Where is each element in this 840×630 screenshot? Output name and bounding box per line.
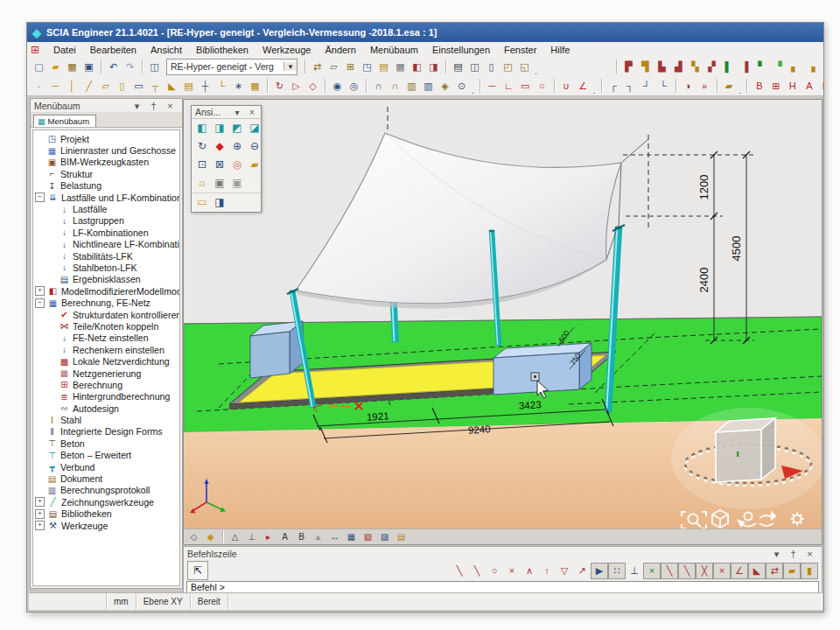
haunch-input-icon[interactable]: ◣ (164, 78, 180, 94)
gallery-icon[interactable]: ◰ (500, 59, 516, 74)
opening-input-icon[interactable]: ▭ (130, 78, 147, 94)
node-labels-icon[interactable]: B (293, 530, 310, 544)
column-input-icon[interactable]: │ (64, 78, 80, 94)
stretch-icon[interactable]: ◑ (680, 78, 696, 94)
panel-menu-icon[interactable]: ▾ (129, 98, 145, 114)
tree-item-lokale-netzverdichtung[interactable]: ▩Lokale Netzverdichtung (33, 355, 179, 367)
menubaum-tab[interactable]: ▦ Menübaum (33, 115, 96, 127)
xml-io-icon[interactable]: ◳ (359, 59, 375, 74)
bc-flex-icon[interactable]: R (817, 78, 823, 94)
tree-item-berechnung-fe-netz[interactable]: −▦Berechnung, FE-Netz (33, 297, 179, 308)
result-toggle-h-icon[interactable]: ▐ (737, 59, 753, 74)
menu-datei[interactable]: Datei (46, 44, 83, 56)
layout-a-icon[interactable]: ◧ (409, 59, 425, 74)
tree-item-ergebnisklassen[interactable]: ▤Ergebnisklassen (33, 274, 179, 285)
draw-arc-icon[interactable]: ∪ (558, 78, 575, 94)
tree-item-dokument[interactable]: ▤Dokument (33, 472, 179, 484)
plate-input-icon[interactable]: ▱ (97, 78, 114, 94)
surface-display-icon[interactable]: ▲ (310, 530, 326, 544)
volume-display-icon[interactable]: ◇ (186, 530, 202, 544)
tree-expand-icon[interactable]: + (35, 286, 45, 296)
snap-tangent-icon[interactable]: ◣ (748, 563, 766, 579)
panel-pin-icon[interactable]: † (785, 546, 802, 562)
mesh-display-icon[interactable]: ▨ (376, 530, 393, 544)
update-link-icon[interactable]: ⇄ (309, 59, 326, 74)
quick-view-all-icon[interactable]: ◎ (346, 78, 362, 94)
view-xy-icon[interactable]: ◩ (228, 120, 246, 136)
bc-surface-icon[interactable]: H (784, 78, 801, 94)
draw-rect-icon[interactable]: ▭ (517, 78, 534, 94)
dimension-display-icon[interactable]: ↔ (326, 530, 343, 544)
combo-dropdown-icon[interactable]: ▾ (284, 62, 297, 71)
open-project-icon[interactable]: ▰ (47, 59, 64, 74)
workspace-layout-icon[interactable]: ◫ (146, 59, 163, 74)
status-unit[interactable]: mm (107, 593, 136, 610)
select-cursor-icon[interactable]: ▷ (288, 78, 304, 94)
snap-solid-icon[interactable]: ▮ (801, 563, 818, 579)
document-icon[interactable]: ▯ (483, 59, 500, 74)
catalog-block-icon[interactable]: ▦ (247, 78, 263, 94)
label-flag-icon[interactable]: ▸ (260, 530, 276, 544)
quick-view-icon[interactable]: ◉ (329, 78, 346, 94)
trim-icon[interactable]: ┌ (606, 78, 622, 94)
box-left[interactable] (250, 321, 303, 378)
snap-up-icon[interactable]: ↑ (538, 563, 556, 579)
result-toggle-f-icon[interactable]: ▞ (704, 59, 720, 74)
format-brush-icon[interactable]: ◈ (437, 78, 453, 94)
snap-intersection-icon[interactable]: ╳ (696, 563, 713, 579)
layer-display-icon[interactable]: ▧ (360, 530, 376, 544)
menu-ansicht[interactable]: Ansicht (144, 44, 189, 56)
ansicht-toolbar[interactable]: Ansi... ▾ × ◧◨◩◪ ↻◆⊕⊖ ⊡⊠◎▰ ☼▣▣ ▭◨ (191, 105, 262, 213)
rotate-view-icon[interactable]: ↻ (193, 138, 211, 155)
zoom-out-icon[interactable]: ⊖ (246, 138, 263, 155)
result-toggle-j-icon[interactable]: ▝ (770, 59, 787, 74)
snap-free-icon[interactable]: ╲ (451, 563, 468, 579)
view-yz-icon[interactable]: ◨ (211, 120, 228, 136)
tree-item-lastfälle-und-lf-kombinationen[interactable]: −⇊Lastfälle und LF-Kombinationen (33, 192, 179, 203)
draw-line-icon[interactable]: ─ (484, 78, 500, 94)
redo-icon[interactable]: ↷ (122, 59, 138, 74)
command-input[interactable]: Befehl > (186, 581, 819, 593)
menu--ndern[interactable]: Ändern (318, 44, 362, 56)
stored-views-icon[interactable]: ▰ (246, 157, 263, 173)
panel-input-icon[interactable]: ▤ (180, 78, 197, 94)
model-viewport[interactable]: 1200 2400 4500 1921 3423 9240 (183, 99, 822, 545)
layout-b-icon[interactable]: ◨ (425, 59, 442, 74)
rib-input-icon[interactable]: ┬ (147, 78, 164, 94)
panel-close-icon[interactable]: × (162, 98, 178, 114)
bc-point-icon[interactable]: B (751, 78, 767, 94)
cursor-track-icon[interactable]: ▶ (591, 563, 608, 579)
project-browser-icon[interactable]: ▦ (64, 59, 80, 74)
result-toggle-e-icon[interactable]: ▚ (687, 59, 704, 74)
beam-input-icon[interactable]: ─ (47, 78, 64, 94)
table-display-icon[interactable]: ▤ (393, 530, 410, 544)
zoom-in-icon[interactable]: ⊕ (228, 138, 246, 155)
new-project-icon[interactable]: ▢ (31, 59, 47, 74)
rendered-display-icon[interactable]: ◆ (202, 530, 219, 544)
result-toggle-d-icon[interactable]: ▟ (670, 59, 687, 74)
panel-menu-icon[interactable]: ▾ (768, 546, 785, 562)
3d-scene[interactable]: 1200 2400 4500 1921 3423 9240 (184, 100, 822, 528)
loads-display-icon[interactable]: ⊥ (243, 530, 260, 544)
draw-polyline-icon[interactable]: ∟ (500, 78, 517, 94)
line-grid-snap-icon[interactable]: ⊥ (626, 563, 643, 579)
capture-view-icon[interactable]: ▣ (228, 175, 246, 192)
view-xz-icon[interactable]: ◧ (193, 120, 211, 136)
fly-mode-icon[interactable]: » (696, 78, 713, 94)
tree-item-stabilitäts-lfk[interactable]: ↓Stabilitäts-LFK (33, 250, 179, 262)
tree-item-struktur[interactable]: ⌐Struktur (33, 168, 179, 179)
panel-close-icon[interactable]: × (802, 546, 818, 562)
snap-direction-icon[interactable]: ↗ (573, 563, 591, 579)
snap-curve-icon[interactable]: ○ (486, 563, 503, 579)
undo-icon[interactable]: ↶ (105, 59, 122, 74)
tree-item-projekt[interactable]: ◳Projekt (33, 133, 179, 144)
ansicht-toolbar-header[interactable]: Ansi... ▾ × (192, 106, 261, 119)
tree-item-stahl[interactable]: ⅠStahl (33, 414, 179, 425)
supports-display-icon[interactable]: △ (227, 530, 243, 544)
tree-item-fe-netz-einstellen[interactable]: ↓FE-Netz einstellen (33, 332, 179, 344)
print-icon[interactable]: ▤ (450, 59, 466, 74)
walk-mode-icon[interactable]: ◆ (211, 138, 228, 155)
ortho-snap-icon[interactable]: × (643, 563, 661, 579)
tree-item-nichtlineare-lf-kombinatione[interactable]: ↓Nichtlineare LF-Kombinatione (33, 239, 179, 250)
tree-collapse-icon[interactable]: − (35, 298, 45, 308)
